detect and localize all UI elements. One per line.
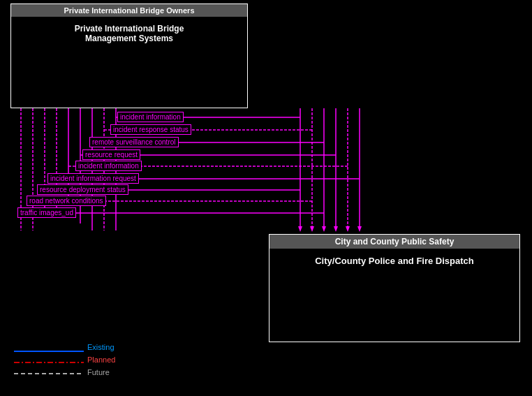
svg-marker-34 — [310, 226, 314, 232]
label-incident-info-1: incident information — [117, 112, 184, 122]
label-incident-response: incident response status — [110, 124, 191, 135]
label-road-network: road network conditions — [27, 196, 106, 206]
legend-existing: Existing — [10, 343, 115, 351]
legend-planned-label: Planned — [87, 355, 115, 364]
diagram-container: Private International Bridge Owners Priv… — [0, 0, 532, 396]
label-resource-deployment: resource deployment status — [37, 184, 128, 195]
label-remote-surveillance: remote surveillance control — [89, 137, 179, 147]
legend-future: Future — [10, 368, 115, 376]
label-resource-request: resource request — [82, 149, 140, 160]
city-box: City and County Public Safety City/Count… — [269, 234, 520, 342]
bridge-box-header: Private International Bridge Owners — [11, 4, 247, 17]
bridge-box-content: Private International BridgeManagement S… — [11, 17, 247, 50]
city-box-header: City and County Public Safety — [269, 235, 519, 249]
svg-marker-35 — [322, 226, 326, 232]
svg-marker-38 — [357, 226, 362, 232]
bridge-box: Private International Bridge Owners Priv… — [10, 3, 248, 108]
svg-marker-36 — [334, 226, 338, 232]
svg-marker-33 — [298, 226, 302, 232]
city-box-content: City/County Police and Fire Dispatch — [269, 249, 519, 273]
legend: Existing Planned Future — [10, 343, 115, 376]
label-incident-info-request: incident information request — [47, 173, 139, 184]
legend-planned: Planned — [10, 355, 115, 364]
legend-existing-label: Existing — [87, 343, 114, 351]
svg-marker-37 — [346, 226, 350, 232]
label-traffic-images: traffic images_ud — [17, 207, 76, 218]
label-incident-info-2: incident information — [75, 161, 142, 171]
legend-future-label: Future — [87, 368, 110, 376]
